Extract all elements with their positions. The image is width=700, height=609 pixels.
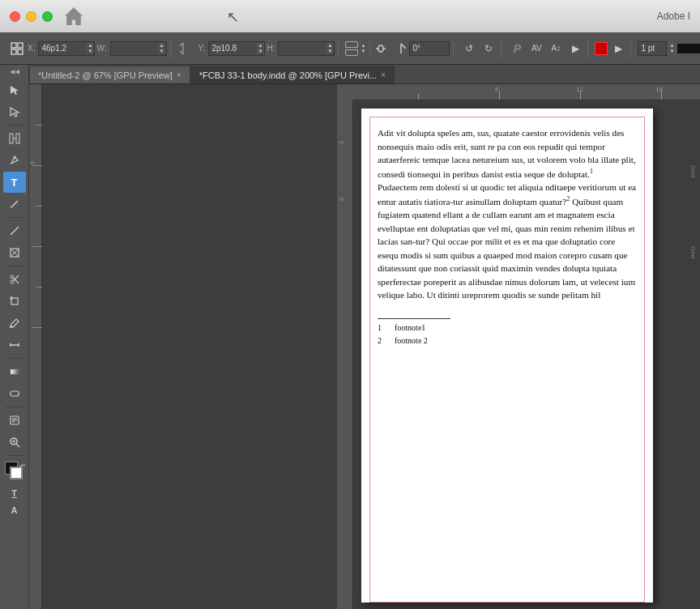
angle-group: 0° [391,41,454,56]
tool-divider-4 [5,358,24,359]
text-color-button[interactable]: T [3,485,26,501]
type-icon: T [11,177,18,189]
x-up-arrow[interactable]: ▲ [87,43,93,48]
eyedropper-tool-button[interactable] [3,313,26,334]
flip-group: ↺ ↻ [457,40,502,57]
right-margin-label-2: Gnd [689,246,697,258]
text-icon: T [11,488,17,498]
minimize-button[interactable] [26,11,36,22]
x-down-arrow[interactable]: ▼ [87,49,93,53]
ruler-mark-0 [418,94,419,100]
stroke-spinner[interactable]: ▲ ▼ [668,43,675,53]
apply-color-button[interactable]: A [3,502,26,518]
zoom-tool-button[interactable] [3,432,26,453]
title-bar: ↖ Adobe I [0,0,700,32]
footnote-separator-line [378,318,450,319]
w-field[interactable]: ▲ ▼ [110,41,167,56]
svg-rect-2 [11,49,16,54]
tab-untitled[interactable]: *Untitled-2 @ 67% [GPU Preview] × [29,66,190,83]
y-field[interactable]: 2p10.8 ▲ ▼ [208,41,265,56]
h-label: H: [267,44,275,53]
svg-point-23 [10,326,12,328]
option-button2[interactable]: A↕ [547,40,565,57]
panel-collapse-arrows[interactable]: ◀◀ [10,68,19,75]
w-label: W: [96,44,106,53]
main-canvas: 6 12 18 24 3 6 Adit vit dolupta speles a… [337,84,700,609]
svg-rect-27 [11,369,19,374]
second-text-paragraph: Pudaectem rem dolesti si ut quodic tet a… [378,181,637,302]
window-controls [10,7,83,25]
horizontal-ruler: 6 12 18 24 [353,84,700,100]
svg-rect-28 [11,391,19,396]
stroke-color-swatch[interactable] [595,42,608,55]
tab-close-2[interactable]: × [381,70,386,79]
svg-line-13 [11,227,19,235]
tab-label-1: *Untitled-2 @ 67% [GPU Preview] [38,70,173,80]
footnote-2-num: 2 [378,335,382,347]
stroke-weight-field[interactable]: 1 pt [638,41,667,56]
selection-tool-button[interactable] [3,79,26,100]
stroke-weight-value: 1 pt [641,44,655,53]
stroke-color-group: ▶ [591,40,631,57]
gradient-tool-button[interactable] [3,361,26,382]
note-tool-button[interactable] [3,410,26,431]
gap-tool-button[interactable] [3,128,26,149]
page-content: Adit vit dolupta speles am, sus, quatate… [361,109,653,363]
ruler-label-18: 18 [655,86,663,93]
transform-group: X: 46p1.2 ▲ ▼ W: ▲ ▼ [5,40,171,57]
x-field[interactable]: 46p1.2 ▲ ▼ [38,41,95,56]
ruler-tick-1 [36,125,42,126]
ruler-tick-4 [32,246,42,247]
tab-close-1[interactable]: × [177,70,181,79]
tools-panel: ◀◀ T [0,65,29,609]
constrain-spinner[interactable]: ▲ ▼ [360,43,366,53]
close-button[interactable] [10,11,20,22]
char-style-button[interactable]: AV [527,40,545,57]
swap-icon [18,460,26,468]
ruler-tick-2 [32,165,42,166]
tool-divider-1 [5,125,24,126]
undo-button[interactable]: ↺ [460,40,478,57]
x-value: 46p1.2 [41,44,66,53]
line-tool-button[interactable] [3,220,26,241]
w-spinner[interactable]: ▲ ▼ [159,43,165,53]
y-label: Y: [198,44,206,53]
svg-line-34 [16,444,19,447]
kerning-icon: P [508,40,526,57]
scissors-tool-button[interactable] [3,269,26,290]
constrain-icon [345,41,358,56]
tabs-bar: *Untitled-2 @ 67% [GPU Preview] × *FCBJ … [29,65,700,84]
more-options-button[interactable]: ▶ [566,40,584,57]
tool-divider-5 [5,407,24,407]
footnote-ref-1: 1 [590,168,593,175]
fill-stroke-widget[interactable] [3,460,26,483]
chain-link-button[interactable] [373,40,388,57]
x-spinner[interactable]: ▲ ▼ [87,43,93,53]
y-value: 2p10.8 [211,44,237,53]
link-icon [174,40,192,57]
stroke-more-button[interactable]: ▶ [609,40,627,57]
tab-fcbj[interactable]: *FCBJ 33-1 body.indd @ 200% [GPU Previ..… [190,66,395,83]
redo-button[interactable]: ↻ [480,40,497,57]
angle-field[interactable]: 0° [409,41,450,56]
svg-rect-0 [11,43,16,48]
svg-point-12 [13,156,15,159]
transform-tool-button[interactable] [3,291,26,312]
svg-rect-22 [10,296,13,300]
measure-tool-button[interactable] [3,334,26,356]
vertical-ruler-main: 3 6 [337,100,353,609]
pen-tool-button[interactable] [3,150,26,171]
ruler-mark-6 [499,91,500,100]
direct-select-tool-button[interactable] [3,101,26,122]
ruler-tick-5 [36,287,42,287]
main-toolbar: X: 46p1.2 ▲ ▼ W: ▲ ▼ Y: 2p10.8 [0,32,700,65]
type-tool-button[interactable]: T [3,172,26,193]
rect-frame-tool-button[interactable] [3,242,26,263]
h-field[interactable]: ▲ ▼ [278,41,335,56]
h-spinner[interactable]: ▲ ▼ [327,43,333,53]
ruler-tick-6 [32,327,42,328]
pencil-tool-button[interactable] [3,194,26,215]
y-spinner[interactable]: ▲ ▼ [257,43,263,53]
maximize-button[interactable] [42,11,53,22]
button-tool-button[interactable] [3,383,26,404]
